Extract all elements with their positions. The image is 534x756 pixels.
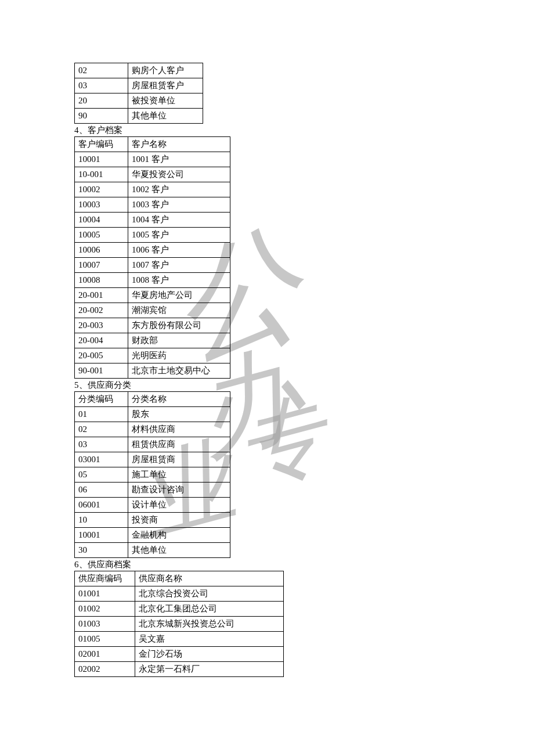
table-cell-code: 01005	[75, 632, 135, 647]
table-header-cell: 供应商编码	[75, 571, 135, 586]
table-row: 20-002潮湖宾馆	[75, 303, 230, 318]
table-row: 01002北京化工集团总公司	[75, 602, 284, 617]
section-title-customer-file: 4、客户档案	[74, 125, 534, 136]
table-cell-name: 金融机构	[128, 528, 230, 543]
table-header-cell: 供应商名称	[135, 571, 284, 586]
table-cell-name: 其他单位	[128, 543, 230, 558]
table-cell-name: 北京市土地交易中心	[128, 363, 230, 379]
table-row: 06001设计单位	[75, 498, 230, 513]
table-cell-name: 华夏投资公司	[128, 167, 230, 182]
table-row: 02002永定第一石料厂	[75, 662, 284, 677]
table-cell-name: 华夏房地产公司	[128, 288, 230, 303]
table-header-row: 分类编码分类名称	[75, 392, 230, 407]
table-row: 10001金融机构	[75, 528, 230, 543]
table-row: 20-003东方股份有限公司	[75, 318, 230, 333]
table-header-cell: 客户编码	[75, 137, 128, 152]
table-cell-code: 03	[75, 437, 128, 452]
table-row: 100021002 客户	[75, 182, 230, 197]
table-cell-name: 投资商	[128, 513, 230, 528]
table-header-cell: 客户名称	[128, 137, 230, 152]
table-cell-name: 股东	[128, 407, 230, 422]
table-cell-code: 30	[75, 543, 128, 558]
table-supplier-category: 分类编码分类名称01股东02材料供应商03租赁供应商03001房屋租赁商05施工…	[74, 391, 230, 558]
table-cell-code: 02	[75, 422, 128, 437]
table-header-row: 客户编码客户名称	[75, 137, 230, 152]
table-header-row: 供应商编码供应商名称	[75, 571, 284, 586]
table-cell-name: 1001 客户	[128, 152, 230, 167]
table-row: 100031003 客户	[75, 197, 230, 213]
table-row: 100051005 客户	[75, 228, 230, 243]
table-cell-code: 20-005	[75, 348, 128, 363]
table-row: 100081008 客户	[75, 273, 230, 288]
table-cell-name: 北京化工集团总公司	[135, 602, 284, 617]
table-cell-name: 光明医药	[128, 348, 230, 363]
table-row: 20-005光明医药	[75, 348, 230, 363]
table-row: 100071007 客户	[75, 258, 230, 273]
table-cell-name: 被投资单位	[128, 93, 203, 109]
table-supplier-file: 供应商编码供应商名称01001北京综合投资公司01002北京化工集团总公司010…	[74, 571, 284, 677]
table-cell-name: 永定第一石料厂	[135, 662, 284, 677]
table-cell-name: 租赁供应商	[128, 437, 230, 452]
table-cell-code: 90	[75, 109, 128, 124]
table-cell-code: 20	[75, 93, 128, 109]
table-cell-code: 20-003	[75, 318, 128, 333]
table-cell-name: 1003 客户	[128, 197, 230, 213]
table-cell-name: 设计单位	[128, 498, 230, 513]
table-cell-code: 20-004	[75, 333, 128, 348]
table-cell-name: 金门沙石场	[135, 647, 284, 662]
section-title-supplier-category: 5、供应商分类	[74, 380, 534, 391]
table-row: 100061006 客户	[75, 243, 230, 258]
table-cell-code: 02002	[75, 662, 135, 677]
table-cell-code: 10001	[75, 152, 128, 167]
table-cell-code: 10002	[75, 182, 128, 197]
table-row: 01001北京综合投资公司	[75, 586, 284, 602]
table-row: 02购房个人客户	[75, 63, 203, 78]
table-cell-code: 20-001	[75, 288, 128, 303]
table-row: 30其他单位	[75, 543, 230, 558]
table-cell-name: 1006 客户	[128, 243, 230, 258]
table-cell-code: 10006	[75, 243, 128, 258]
table-row: 03001房屋租赁商	[75, 452, 230, 467]
table-cell-code: 90-001	[75, 363, 128, 379]
table-row: 02001金门沙石场	[75, 647, 284, 662]
table-cell-code: 03001	[75, 452, 128, 467]
table-cell-code: 10007	[75, 258, 128, 273]
table-header-cell: 分类编码	[75, 392, 128, 407]
table-row: 05施工单位	[75, 467, 230, 483]
table-prefix: 02购房个人客户03房屋租赁客户20被投资单位90其他单位	[74, 63, 203, 124]
table-cell-code: 01002	[75, 602, 135, 617]
table-cell-code: 06001	[75, 498, 128, 513]
table-cell-name: 其他单位	[128, 109, 203, 124]
table-cell-code: 10001	[75, 528, 128, 543]
table-cell-name: 材料供应商	[128, 422, 230, 437]
table-cell-name: 1007 客户	[128, 258, 230, 273]
table-cell-code: 02	[75, 63, 128, 78]
table-cell-name: 1005 客户	[128, 228, 230, 243]
table-cell-code: 10003	[75, 197, 128, 213]
table-header-cell: 分类名称	[128, 392, 230, 407]
table-cell-code: 06	[75, 483, 128, 498]
table-cell-code: 10004	[75, 213, 128, 228]
table-cell-name: 房屋租赁商	[128, 452, 230, 467]
table-cell-name: 施工单位	[128, 467, 230, 483]
table-row: 03房屋租赁客户	[75, 78, 203, 93]
table-cell-code: 01001	[75, 586, 135, 602]
table-row: 01股东	[75, 407, 230, 422]
table-cell-code: 10005	[75, 228, 128, 243]
table-cell-code: 01	[75, 407, 128, 422]
table-row: 10投资商	[75, 513, 230, 528]
table-cell-name: 购房个人客户	[128, 63, 203, 78]
table-row: 20-004财政部	[75, 333, 230, 348]
table-cell-name: 东方股份有限公司	[128, 318, 230, 333]
table-row: 10-001华夏投资公司	[75, 167, 230, 182]
table-customer-file: 客户编码客户名称100011001 客户10-001华夏投资公司10002100…	[74, 136, 230, 379]
table-cell-name: 潮湖宾馆	[128, 303, 230, 318]
table-cell-name: 北京综合投资公司	[135, 586, 284, 602]
table-cell-code: 02001	[75, 647, 135, 662]
table-cell-code: 03	[75, 78, 128, 93]
table-cell-code: 10-001	[75, 167, 128, 182]
table-row: 90-001北京市土地交易中心	[75, 363, 230, 379]
table-cell-name: 1008 客户	[128, 273, 230, 288]
table-cell-code: 05	[75, 467, 128, 483]
table-cell-name: 勘查设计咨询	[128, 483, 230, 498]
